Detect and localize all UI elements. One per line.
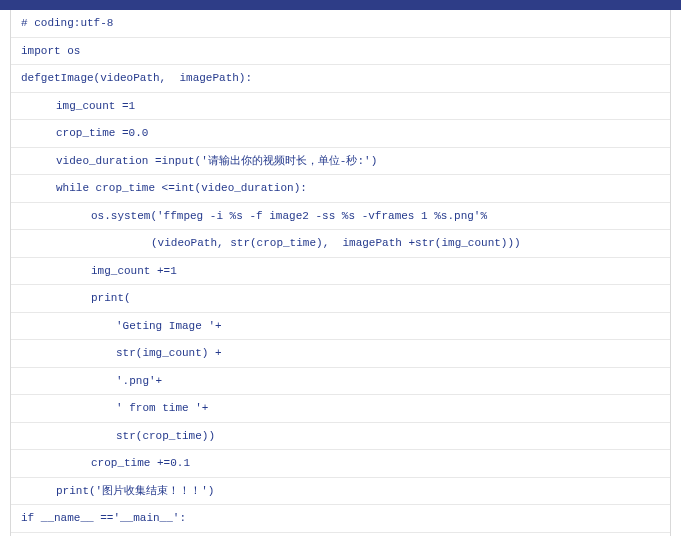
code-line: (videoPath, str(crop_time), imagePath +s…: [11, 230, 670, 258]
code-line: while crop_time <=int(video_duration):: [11, 175, 670, 203]
code-line: import os: [11, 38, 670, 66]
code-line: str(img_count) +: [11, 340, 670, 368]
code-line: str(crop_time)): [11, 423, 670, 451]
code-line: videoPath =r'/Users/brucepk/Movies/短视频素材…: [11, 533, 670, 537]
code-line: print('图片收集结束！！！'): [11, 478, 670, 506]
code-line: print(: [11, 285, 670, 313]
code-line: 'Geting Image '+: [11, 313, 670, 341]
code-line: img_count =1: [11, 93, 670, 121]
code-block: # coding:utf-8 import os defgetImage(vid…: [10, 10, 671, 536]
code-line: crop_time =0.0: [11, 120, 670, 148]
code-line: crop_time +=0.1: [11, 450, 670, 478]
code-line: defgetImage(videoPath, imagePath):: [11, 65, 670, 93]
code-line: os.system('ffmpeg -i %s -f image2 -ss %s…: [11, 203, 670, 231]
code-line: ' from time '+: [11, 395, 670, 423]
code-line: video_duration =input('请输出你的视频时长，单位-秒:'): [11, 148, 670, 176]
code-line: '.png'+: [11, 368, 670, 396]
code-line: if __name__ =='__main__':: [11, 505, 670, 533]
code-line: # coding:utf-8: [11, 10, 670, 38]
code-line: img_count +=1: [11, 258, 670, 286]
top-bar: [0, 0, 681, 10]
